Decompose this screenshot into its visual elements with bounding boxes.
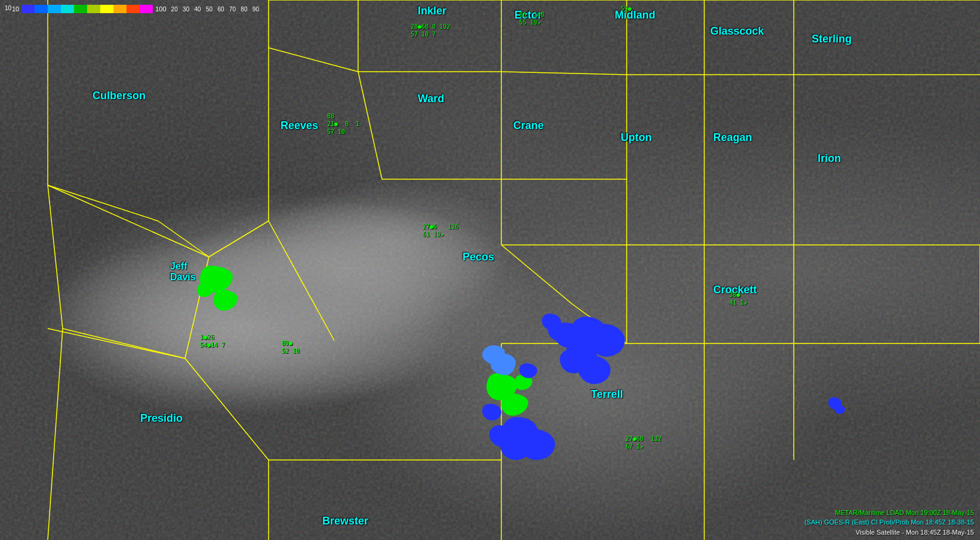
station-ector: 86 14855 19↗: [519, 11, 544, 26]
svg-line-36: [209, 221, 269, 257]
svg-line-29: [501, 245, 573, 305]
legend-color-4: [61, 5, 74, 13]
station-pecos: 27●6 13661 19↗: [423, 223, 458, 238]
station-crockett: 38●41 1↗: [729, 291, 747, 306]
radar-blue-13: [500, 435, 531, 460]
svg-line-33: [48, 329, 63, 540]
legend-color-9: [127, 5, 140, 13]
legend-start: 10: [12, 5, 19, 13]
svg-line-37: [158, 221, 209, 257]
legend-color-6: [87, 5, 100, 13]
county-borders: [0, 0, 980, 540]
station-terrell: 27●68 13267 1↗: [625, 435, 661, 450]
svg-line-39: [48, 185, 209, 257]
svg-line-35: [269, 221, 334, 340]
legend-color-10: [140, 5, 153, 13]
legend-color-3: [48, 5, 61, 13]
svg-line-46: [48, 329, 185, 358]
legend-color-5: [74, 5, 87, 13]
svg-line-42: [185, 358, 269, 460]
station-midland-top: 59●: [621, 5, 631, 13]
radar-lightblue-2: [491, 354, 516, 375]
legend-color-8: [113, 5, 127, 13]
legend-colorbar: 10 100 20 30 40 50 60 70 80 90: [12, 5, 259, 13]
svg-line-38: [48, 185, 158, 221]
radar-blue-14: [482, 404, 501, 421]
legend-color-1: [21, 5, 35, 13]
station-reeves-low: 89●52 10: [282, 339, 300, 355]
station-ward-top: 28●68 0 19257 10 7: [411, 23, 450, 38]
status-title: Visible Satellite - Mon 18:45Z 18-May-15: [805, 527, 974, 538]
legend-color-7: [100, 5, 113, 13]
status-line-1: METAR/Maritime LDAD Mon 19:00Z 18-May-15: [805, 508, 974, 518]
legend-steps: 20 30 40 50 60 70 80 90: [171, 6, 259, 13]
radar-blue-16: [834, 405, 845, 414]
status-line-2: (SAH) GOES-R (East) CI Prob/Prob Mon 18:…: [805, 517, 974, 527]
radar-blue-7: [560, 349, 587, 373]
map-container: 10 10 100 20 30 40 50 60 70 80 90 Culber…: [0, 0, 980, 540]
status-bar: METAR/Maritime LDAD Mon 19:00Z 18-May-15…: [805, 508, 974, 538]
svg-line-10: [501, 72, 627, 75]
svg-line-41: [63, 329, 185, 358]
legend-end: 100: [155, 5, 166, 13]
svg-line-32: [48, 185, 63, 329]
svg-line-1: [269, 48, 358, 72]
svg-line-47: [358, 72, 382, 179]
legend-min-label: 10: [5, 5, 11, 11]
station-jeff-davis-low: 1●2654●14 7: [200, 333, 225, 349]
radar-blue-9: [519, 363, 537, 378]
radar-blue-8: [548, 323, 569, 340]
station-reeves: 8821● 0 157 10: [327, 112, 359, 136]
legend-color-2: [35, 5, 48, 13]
